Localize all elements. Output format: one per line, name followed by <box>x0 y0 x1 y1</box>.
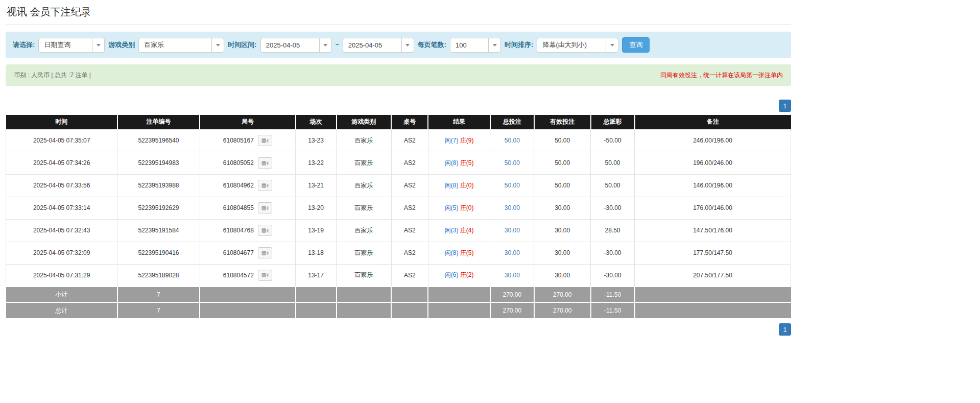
cell-table-no: AS2 <box>391 242 428 264</box>
cell-payout: -30.00 <box>591 197 635 219</box>
date-from-dropdown[interactable]: 2025-04-05 <box>260 38 332 53</box>
cell-round-id: 610804962 <box>200 174 296 197</box>
cell-time: 2025-04-05 07:35:07 <box>6 129 117 152</box>
cell-total-bet: 30.00 <box>490 219 534 242</box>
total-bet-link[interactable]: 30.00 <box>505 204 520 211</box>
cell-session: 13-22 <box>296 152 337 174</box>
header-result: 结果 <box>428 115 490 129</box>
query-type-value: 日期查询 <box>44 40 70 50</box>
cell-round-id: 610804855 <box>200 197 296 219</box>
chevron-down-icon <box>401 38 414 52</box>
header-time: 时间 <box>6 115 117 129</box>
result-player: 闲(8) <box>445 182 459 189</box>
cell-bet-id: 522395194983 <box>117 152 200 174</box>
cell-session: 13-23 <box>296 129 337 152</box>
video-replay-icon[interactable] <box>258 180 272 191</box>
total-total-bet: 270.00 <box>490 302 534 318</box>
cell-payout: -30.00 <box>591 264 635 287</box>
cell-valid-bet: 30.00 <box>534 242 591 264</box>
total-bet-link[interactable]: 50.00 <box>505 182 520 189</box>
cell-remark: 207.50/177.50 <box>635 264 791 287</box>
cell-bet-id: 522395192629 <box>117 197 200 219</box>
video-replay-icon[interactable] <box>258 135 272 146</box>
chevron-down-icon <box>211 38 224 52</box>
cell-round-id: 610804768 <box>200 219 296 242</box>
cell-remark: 146.00/196.00 <box>635 174 791 197</box>
chevron-down-icon <box>488 38 500 52</box>
total-bet-link[interactable]: 30.00 <box>505 272 520 279</box>
date-range-separator: ~ <box>336 41 339 49</box>
cell-bet-id: 522395190416 <box>117 242 200 264</box>
cell-game-type: 百家乐 <box>337 242 392 264</box>
query-type-dropdown[interactable]: 日期查询 <box>38 38 105 53</box>
total-bet-link[interactable]: 50.00 <box>505 159 520 167</box>
info-bar: 币别 : 人民币 | 总共 :7 注单 | 同局有效投注，统一计算在该局第一张注… <box>6 64 791 86</box>
cell-game-type: 百家乐 <box>337 219 392 242</box>
cell-valid-bet: 50.00 <box>534 174 591 197</box>
video-replay-icon[interactable] <box>258 247 272 258</box>
chevron-down-icon <box>319 38 331 52</box>
cell-table-no: AS2 <box>391 129 428 152</box>
result-banker: 庄(2) <box>460 271 474 278</box>
video-replay-icon[interactable] <box>258 202 272 214</box>
header-payout: 总派彩 <box>591 115 635 129</box>
subtotal-payout: -11.50 <box>591 287 635 302</box>
currency-summary: 币别 : 人民币 | 总共 :7 注单 | <box>14 71 91 80</box>
sort-value: 降幕(由大到小) <box>542 40 587 50</box>
search-button[interactable]: 查询 <box>622 37 650 53</box>
pagination-bottom: 1 <box>6 323 791 336</box>
page-size-label: 每页笔数: <box>418 40 446 50</box>
result-banker: 庄(0) <box>460 182 474 189</box>
video-replay-icon[interactable] <box>258 225 272 236</box>
cell-remark: 176.00/146.00 <box>635 197 791 219</box>
cell-table-no: AS2 <box>391 219 428 242</box>
cell-time: 2025-04-05 07:33:56 <box>6 174 117 197</box>
cell-result: 闲(8) 庄(5) <box>428 152 490 174</box>
result-banker: 庄(9) <box>460 137 474 144</box>
cell-table-no: AS2 <box>391 174 428 197</box>
cell-game-type: 百家乐 <box>337 197 392 219</box>
header-valid-bet: 有效投注 <box>534 115 591 129</box>
cell-valid-bet: 50.00 <box>534 152 591 174</box>
table-header-row: 时间 注单编号 局号 场次 游戏类别 桌号 结果 总投注 有效投注 总派彩 备注 <box>6 115 791 129</box>
date-to-dropdown[interactable]: 2025-04-05 <box>343 38 414 53</box>
page-button-1[interactable]: 1 <box>779 100 791 112</box>
subtotal-total-bet: 270.00 <box>490 287 534 302</box>
page-size-dropdown[interactable]: 100 <box>450 38 501 53</box>
total-bet-link[interactable]: 50.00 <box>505 137 520 144</box>
cell-result: 闲(8) 庄(5) <box>428 242 490 264</box>
cell-time: 2025-04-05 07:31:29 <box>6 264 117 287</box>
cell-total-bet: 30.00 <box>490 197 534 219</box>
cell-valid-bet: 30.00 <box>534 197 591 219</box>
video-replay-icon[interactable] <box>258 270 272 281</box>
table-body: 2025-04-05 07:35:07 522395196540 6108051… <box>6 129 791 287</box>
header-remark: 备注 <box>635 115 791 129</box>
cell-total-bet: 30.00 <box>490 264 534 287</box>
cell-result: 闲(3) 庄(4) <box>428 219 490 242</box>
subtotal-row: 小计 7 270.00 270.00 -11.50 <box>6 287 791 302</box>
cell-time: 2025-04-05 07:32:43 <box>6 219 117 242</box>
total-bet-link[interactable]: 30.00 <box>505 249 520 256</box>
chevron-down-icon <box>92 38 104 52</box>
cell-result: 闲(7) 庄(9) <box>428 129 490 152</box>
header-total-bet: 总投注 <box>490 115 534 129</box>
cell-total-bet: 30.00 <box>490 242 534 264</box>
header-game-type: 游戏类别 <box>337 115 392 129</box>
cell-session: 13-21 <box>296 174 337 197</box>
cell-remark: 147.50/176.00 <box>635 219 791 242</box>
cell-valid-bet: 30.00 <box>534 264 591 287</box>
page-title: 视讯 会员下注纪录 <box>6 3 791 24</box>
cell-table-no: AS2 <box>391 197 428 219</box>
cell-time: 2025-04-05 07:34:26 <box>6 152 117 174</box>
video-replay-icon[interactable] <box>258 157 272 169</box>
sort-dropdown[interactable]: 降幕(由大到小) <box>537 38 618 53</box>
cell-round-id: 610804677 <box>200 242 296 264</box>
cell-session: 13-18 <box>296 242 337 264</box>
cell-bet-id: 522395196540 <box>117 129 200 152</box>
cell-table-no: AS2 <box>391 264 428 287</box>
subtotal-count: 7 <box>117 287 200 302</box>
cell-payout: -30.00 <box>591 242 635 264</box>
page-button-1[interactable]: 1 <box>779 323 791 336</box>
game-type-dropdown[interactable]: 百家乐 <box>138 38 224 53</box>
total-bet-link[interactable]: 30.00 <box>505 227 520 234</box>
